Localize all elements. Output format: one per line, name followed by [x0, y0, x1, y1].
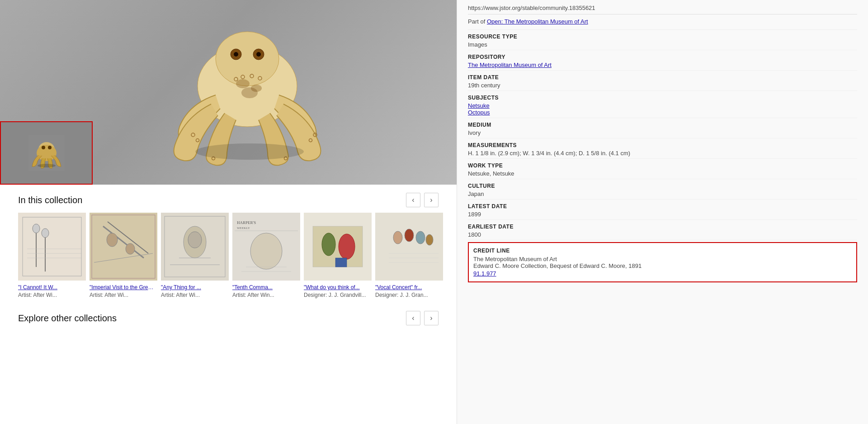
latest-date-row: LATEST DATE 1899 — [468, 200, 857, 220]
earliest-date-value: 1800 — [468, 231, 857, 238]
svg-point-57 — [322, 233, 335, 256]
collection-item-meta: Designer: J. J. Grandvill... — [304, 292, 371, 298]
collection-nav-arrows: ‹ › — [406, 193, 439, 207]
list-item[interactable]: "Imperial Visit to the Great Hor... Arti… — [90, 213, 157, 298]
svg-point-45 — [188, 232, 202, 248]
main-artwork-image — [152, 14, 342, 167]
culture-value: Japan — [468, 191, 857, 197]
thumbnail-image — [28, 135, 65, 171]
collection-item-title: "Imperial Visit to the Great Hor... — [90, 284, 156, 291]
collection-item-meta: Artist: After Win... — [232, 292, 299, 298]
item-date-label: ITEM DATE — [468, 74, 857, 81]
measurements-row: MEASUREMENTS H. 1 1/8 in. (2.9 cm); W. 1… — [468, 138, 857, 159]
svg-point-64 — [426, 234, 433, 245]
collection-next-button[interactable]: › — [424, 193, 439, 207]
collection-item-meta: Artist: After Wi... — [161, 292, 228, 298]
medium-value: Ivory — [468, 129, 857, 136]
collection-item-title: "What do you think of... — [304, 284, 371, 291]
list-item[interactable]: HARPER'S WEEKLY "Tenth Comma... Artist: … — [232, 213, 300, 298]
resource-type-row: RESOURCE TYPE Images — [468, 30, 857, 50]
collection-item-image — [375, 213, 443, 281]
earliest-date-row: EARLIEST DATE 1800 — [468, 220, 857, 240]
collection-item-image: HARPER'S WEEKLY — [232, 213, 300, 281]
metadata-part-of: Part of Open: The Metropolitan Museum of… — [468, 14, 857, 30]
svg-point-1 — [216, 32, 279, 86]
medium-row: MEDIUM Ivory — [468, 118, 857, 138]
svg-text:WEEKLY: WEEKLY — [237, 226, 250, 230]
credit-line-row: CREDIT LINE The Metropolitan Museum of A… — [468, 242, 857, 282]
collection-header: In this collection ‹ › — [18, 185, 457, 213]
svg-point-52 — [250, 233, 282, 269]
explore-section: Explore other collections ‹ › — [18, 303, 457, 325]
svg-point-58 — [339, 234, 355, 259]
measurements-label: MEASUREMENTS — [468, 142, 857, 148]
subjects-row: SUBJECTS Netsuke Octopus — [468, 91, 857, 118]
svg-text:HARPER'S: HARPER'S — [237, 220, 256, 225]
collection-item-image — [18, 213, 86, 281]
latest-date-label: LATEST DATE — [468, 203, 857, 210]
measurements-value: H. 1 1/8 in. (2.9 cm); W. 1 3/4 in. (4.4… — [468, 150, 857, 157]
collection-item-title: "I Cannot! It W... — [18, 284, 85, 291]
credit-line-org: The Metropolitan Museum of Art — [473, 256, 852, 262]
part-of-prefix: Part of — [468, 18, 485, 25]
collection-item-image — [90, 213, 157, 281]
collection-prev-button[interactable]: ‹ — [406, 193, 420, 207]
culture-row: CULTURE Japan — [468, 179, 857, 200]
collection-title: In this collection — [18, 195, 82, 205]
latest-date-value: 1899 — [468, 211, 857, 218]
svg-point-4 — [234, 52, 238, 57]
item-date-row: ITEM DATE 19th century — [468, 71, 857, 91]
repository-row: REPOSITORY The Metropolitan Museum of Ar… — [468, 50, 857, 71]
metadata-url: https://www.jstor.org/stable/community.1… — [468, 0, 857, 14]
subject1-link[interactable]: Netsuke — [468, 102, 857, 109]
work-type-value: Netsuke, Netsuke — [468, 170, 857, 177]
list-item[interactable]: "I Cannot! It W... Artist: After Wi... — [18, 213, 86, 298]
explore-prev-button[interactable]: ‹ — [406, 311, 420, 325]
svg-point-24 — [48, 146, 52, 149]
credit-line-label: CREDIT LINE — [473, 248, 852, 254]
svg-rect-26 — [18, 213, 86, 281]
svg-point-61 — [393, 231, 402, 244]
subject2-link[interactable]: Octopus — [468, 109, 857, 116]
svg-point-31 — [42, 229, 49, 238]
work-type-label: WORK TYPE — [468, 162, 857, 169]
subjects-label: SUBJECTS — [468, 95, 857, 101]
explore-nav-arrows: ‹ › — [406, 311, 439, 325]
collection-item-meta: Artist: After Wi... — [18, 292, 85, 298]
svg-point-5 — [256, 52, 261, 57]
thumbnail-strip[interactable] — [0, 121, 93, 185]
resource-type-value: Images — [468, 41, 857, 48]
accession-number[interactable]: 91.1.977 — [473, 270, 852, 277]
resource-type-label: RESOURCE TYPE — [468, 33, 857, 40]
work-type-row: WORK TYPE Netsuke, Netsuke — [468, 159, 857, 179]
culture-label: CULTURE — [468, 183, 857, 189]
list-item[interactable]: "Vocal Concert" fr... Designer: J. J. Gr… — [375, 213, 443, 298]
part-of-link[interactable]: Open: The Metropolitan Museum of Art — [487, 18, 588, 25]
svg-point-22 — [37, 145, 57, 161]
medium-label: MEDIUM — [468, 122, 857, 128]
repository-link[interactable]: The Metropolitan Museum of Art — [468, 62, 552, 68]
explore-next-button[interactable]: › — [424, 311, 439, 325]
svg-point-12 — [236, 79, 250, 88]
repository-label: REPOSITORY — [468, 54, 857, 60]
collection-item-image — [304, 213, 372, 281]
collection-section: In this collection ‹ › "I Cannot! It W..… — [0, 185, 457, 424]
main-image-container — [0, 0, 457, 185]
subjects-value: Netsuke Octopus — [468, 102, 857, 116]
item-date-value: 19th century — [468, 82, 857, 89]
collection-item-title: "Vocal Concert" fr... — [375, 284, 442, 291]
svg-point-39 — [107, 233, 118, 247]
svg-point-40 — [126, 243, 135, 254]
svg-point-62 — [405, 229, 414, 242]
repository-value: The Metropolitan Museum of Art — [468, 62, 857, 68]
earliest-date-label: EARLIEST DATE — [468, 224, 857, 230]
svg-rect-60 — [375, 213, 443, 281]
svg-point-14 — [241, 87, 258, 98]
collection-items: "I Cannot! It W... Artist: After Wi... "… — [18, 213, 457, 303]
list-item[interactable]: "Any Thing for ... Artist: After Wi... — [161, 213, 229, 298]
svg-rect-59 — [335, 258, 347, 267]
svg-rect-35 — [90, 213, 157, 281]
right-panel: https://www.jstor.org/stable/community.1… — [457, 0, 868, 424]
collection-item-image — [161, 213, 229, 281]
list-item[interactable]: "What do you think of... Designer: J. J.… — [304, 213, 372, 298]
